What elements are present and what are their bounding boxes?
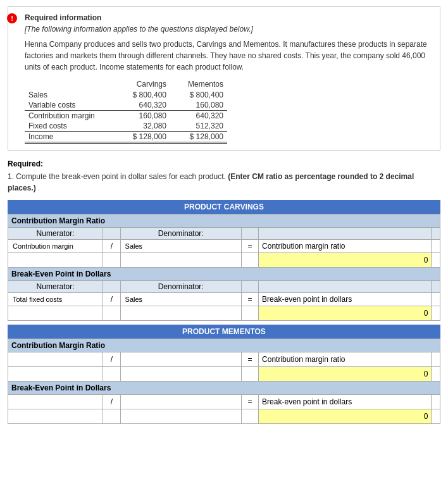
info-box: ! Required information [The following in… [8,6,440,151]
mementos-calc-table: Contribution Margin Ratio / = Contributi… [8,339,440,424]
mem-bep-num-input-cell[interactable] [8,395,103,409]
mem-cm-denom-input-cell[interactable] [120,352,241,367]
cm-result-label: Contribution margin ratio [259,240,432,253]
mem-cm-title: Contribution Margin Ratio [8,339,440,352]
cm-slash-label [103,228,120,240]
bep-title: Break-Even Point in Dollars [8,268,440,281]
mem-bep-equals: = [241,395,258,409]
cm-equals-label [241,228,258,240]
cm-label-row: Numerator: Denominator: [8,228,440,240]
cm-denominator-label: Denominator: [120,228,241,240]
mem-cm-result-value: 0 [259,367,432,382]
cm-denom-value[interactable] [124,255,238,265]
carvings-header: Carvings [113,79,170,90]
table-row: Income $ 128,000 $ 128,000 [25,132,227,143]
mem-cm-denom-val[interactable] [124,369,238,379]
cm-ratio-header-row: Contribution Margin Ratio [8,215,440,228]
mem-bep-result-label: Break-even point in dollars [259,395,432,409]
mem-cm-num-input[interactable] [11,354,99,364]
cm-numerator-label: Numerator: [8,228,103,240]
cm-numerator-input[interactable] [11,242,99,251]
cm-result-row: 0 [8,253,440,268]
bep-num-value[interactable] [11,308,99,318]
required-section: Required: 1. Compute the break-even poin… [8,159,440,194]
bep-result-row: 0 [8,306,440,321]
mem-bep-denom-val-cell[interactable] [120,409,241,424]
cm-equals: = [241,240,258,253]
product-carvings-section: PRODUCT CARVINGS Contribution Margin Rat… [8,200,440,424]
carvings-calc-table: Contribution Margin Ratio Numerator: Den… [8,214,440,321]
bep-denom-value[interactable] [124,308,238,318]
required-label: Required: [8,159,440,168]
bep-numerator-input[interactable] [11,295,99,304]
cm-denominator-input[interactable] [124,242,238,251]
bep-label-row: Numerator: Denominator: [8,281,440,293]
bep-denom-value-cell[interactable] [120,306,241,321]
cm-spacer [432,228,440,240]
bep-num-value-cell[interactable] [8,306,103,321]
bep-header-row: Break-Even Point in Dollars [8,268,440,281]
mem-cm-slash: / [103,352,120,367]
mem-cm-num-val[interactable] [11,369,99,379]
table-row: Fixed costs 32,080 512,320 [25,121,227,132]
cm-num-value-cell[interactable] [8,253,103,268]
mem-bep-result-value: 0 [259,409,432,424]
mem-bep-num-input[interactable] [11,397,99,407]
cm-input-row: / = Contribution margin ratio [8,240,440,253]
mem-bep-denom-input-cell[interactable] [120,395,241,409]
bep-equals: = [241,293,258,306]
bep-result-label: Break-even point in dollars [259,293,432,306]
table-row: Contribution margin 160,080 640,320 [25,111,227,121]
cm-result-value: 0 [259,253,432,268]
mem-cm-result-label: Contribution margin ratio [259,352,432,367]
mem-cm-denom-val-cell[interactable] [120,367,241,382]
bep-denominator-input-cell[interactable] [120,293,241,306]
mem-cm-denom-input[interactable] [124,354,238,364]
mem-cm-equals: = [241,352,258,367]
mem-bep-denom-val[interactable] [124,411,238,421]
info-body: Henna Company produces and sells two pro… [25,39,432,73]
info-icon: ! [7,13,17,23]
table-row: Sales $ 800,400 $ 800,400 [25,90,227,100]
mementos-header: PRODUCT MEMENTOS [8,325,440,339]
mem-bep-slash: / [103,395,120,409]
mem-cm-num-val-cell[interactable] [8,367,103,382]
mem-bep-result-row: 0 [8,409,440,424]
bep-denominator-input[interactable] [124,295,238,304]
table-row: Variable costs 640,320 160,080 [25,100,227,111]
mem-bep-num-val-cell[interactable] [8,409,103,424]
bep-denominator-label: Denominator: [120,281,241,293]
mem-cm-num-input-cell[interactable] [8,352,103,367]
cm-result-col [259,228,432,240]
mem-cm-header-row: Contribution Margin Ratio [8,339,440,352]
mem-cm-input-row: / = Contribution margin ratio [8,352,440,367]
cm-num-value[interactable] [11,255,99,265]
cm-ratio-title: Contribution Margin Ratio [8,215,440,228]
cm-slash: / [103,240,120,253]
question-text: 1. Compute the break-even point in dolla… [8,171,440,194]
cm-denominator-input-cell[interactable] [120,240,241,253]
mementos-header: Mementos [170,79,227,90]
bep-slash: / [103,293,120,306]
mem-bep-title: Break-Even Point in Dollars [8,382,440,395]
mem-bep-num-val[interactable] [11,411,99,421]
mem-bep-denom-input[interactable] [124,397,238,407]
bep-result-value: 0 [259,306,432,321]
mem-bep-input-row: / = Break-even point in dollars [8,395,440,409]
info-title: Required information [25,13,432,22]
cm-numerator-input-cell[interactable] [8,240,103,253]
carvings-header: PRODUCT CARVINGS [8,200,440,214]
bep-numerator-label: Numerator: [8,281,103,293]
cm-denom-value-cell[interactable] [120,253,241,268]
bep-input-row: / = Break-even point in dollars [8,293,440,306]
info-subtitle: [The following information applies to th… [25,25,432,34]
info-table: Carvings Mementos Sales $ 800,400 $ 800,… [25,79,227,144]
mem-cm-result-row: 0 [8,367,440,382]
mem-bep-header-row: Break-Even Point in Dollars [8,382,440,395]
bep-numerator-input-cell[interactable] [8,293,103,306]
